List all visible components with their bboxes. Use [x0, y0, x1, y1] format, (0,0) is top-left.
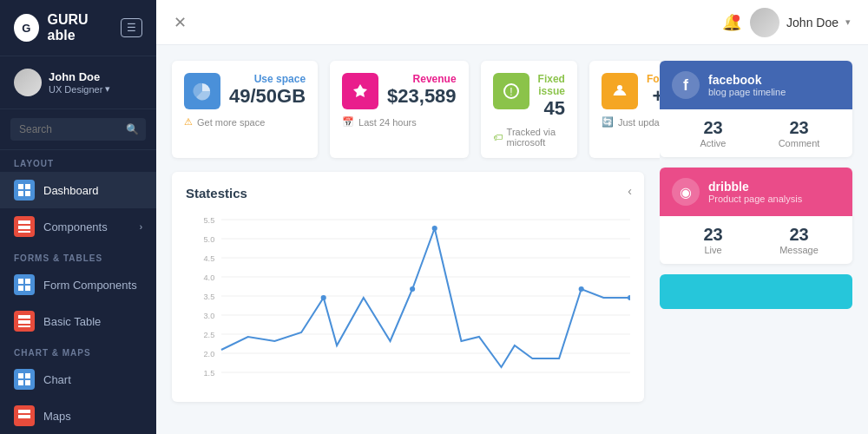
svg-text:5.5: 5.5: [203, 216, 214, 225]
chart-collapse-button[interactable]: ‹: [628, 184, 632, 198]
svg-point-46: [410, 286, 415, 292]
svg-rect-2: [18, 191, 23, 196]
dribble-info: dribble Product page analysis: [708, 180, 802, 204]
fixed-issue-icon: !: [493, 73, 529, 109]
topbar-user-button[interactable]: John Doe ▾: [750, 8, 851, 37]
nav-section-layout: Layout Dashboard Components ›: [0, 150, 156, 245]
notification-button[interactable]: 🔔: [722, 13, 741, 32]
svg-rect-4: [18, 220, 30, 224]
svg-text:4.0: 4.0: [203, 273, 214, 282]
svg-rect-9: [18, 286, 23, 291]
followers-footer: 🔄 Just update: [602, 116, 660, 128]
stat-card-followers: Followers +562 🔄 Just update: [589, 61, 660, 158]
svg-rect-1: [25, 184, 30, 189]
svg-rect-13: [18, 326, 30, 327]
svg-rect-16: [18, 380, 23, 385]
facebook-name: facebook: [708, 73, 786, 87]
stat-cards: Use space 49/50GB ⚠ Get more space: [172, 61, 644, 158]
statistics-chart: 5.5 5.0 4.5 4.0 3.5 3.0 2.5 2.0 1.5: [186, 211, 630, 385]
revenue-footer: 📅 Last 24 hours: [342, 116, 457, 128]
main-content: ✕ 🔔 John Doe ▾: [156, 0, 868, 434]
followers-label: Followers: [647, 73, 660, 85]
maps-label: Maps: [43, 410, 71, 423]
fixed-issue-value: 45: [538, 97, 565, 120]
chart-title: Statestics: [186, 186, 630, 201]
svg-text:5.0: 5.0: [203, 235, 214, 244]
nav-label-forms: Forms & Tables: [0, 245, 156, 266]
svg-text:3.0: 3.0: [203, 312, 214, 320]
svg-rect-15: [25, 373, 30, 378]
maps-icon: [14, 405, 35, 426]
facebook-header: f facebook blog page timeline: [660, 61, 852, 109]
facebook-sub: blog page timeline: [708, 87, 786, 97]
followers-value: +562: [647, 85, 660, 108]
search-input[interactable]: [10, 118, 146, 141]
form-components-label: Form Components: [43, 279, 137, 292]
stat-card-revenue: Revenue $23,589 📅 Last 24 hours: [330, 61, 469, 158]
svg-point-48: [579, 286, 584, 292]
facebook-comment: 23 Comment: [758, 118, 840, 148]
svg-rect-14: [18, 373, 23, 378]
topbar-username: John Doe: [786, 16, 838, 30]
svg-rect-17: [25, 380, 30, 385]
svg-text:4.5: 4.5: [203, 254, 214, 263]
facebook-stats: 23 Active 23 Comment: [660, 109, 852, 157]
nav-label-charts: Chart & Maps: [0, 339, 156, 361]
svg-point-45: [321, 295, 326, 300]
refresh-icon: 🔄: [602, 116, 614, 128]
dribble-live: 23 Live: [672, 225, 754, 255]
sidebar-item-chart[interactable]: Chart: [0, 361, 156, 398]
use-space-footer: ⚠ Get more space: [184, 116, 306, 128]
components-chevron: ›: [140, 222, 142, 232]
revenue-value: $23,589: [387, 85, 457, 108]
logo-letter: G: [22, 22, 30, 35]
content-right: f facebook blog page timeline 23 Active …: [660, 45, 868, 434]
sidebar-item-dashboard[interactable]: Dashboard: [0, 172, 156, 208]
svg-rect-5: [18, 226, 30, 229]
use-space-icon: [184, 73, 220, 109]
svg-point-47: [432, 226, 437, 231]
fixed-issue-label: Fixed issue: [538, 73, 565, 97]
sidebar-item-basic-table[interactable]: Basic Table: [0, 303, 156, 339]
components-label: Components: [43, 220, 108, 233]
svg-rect-0: [18, 184, 23, 189]
svg-rect-6: [18, 231, 30, 233]
svg-text:1.5: 1.5: [203, 369, 214, 378]
user-role-chevron: ▾: [105, 83, 110, 95]
logo-circle: G: [14, 14, 39, 42]
fixed-issue-footer: 🏷 Tracked via microsoft: [493, 127, 565, 148]
user-section: John Doe UX Designer ▾: [0, 56, 156, 109]
svg-text:3.5: 3.5: [203, 293, 214, 301]
warning-icon: ⚠: [184, 116, 193, 128]
tag-icon: 🏷: [493, 132, 503, 142]
svg-rect-7: [18, 279, 23, 284]
stat-card-use-space: Use space 49/50GB ⚠ Get more space: [172, 61, 318, 158]
basic-table-icon: [14, 311, 35, 332]
svg-text:2.5: 2.5: [203, 331, 214, 339]
hamburger-button[interactable]: ☰: [121, 18, 142, 37]
brand-name: GURU able: [48, 12, 112, 43]
svg-point-26: [617, 85, 622, 90]
content-left: Use space 49/50GB ⚠ Get more space: [156, 45, 660, 434]
chart-icon: [14, 369, 35, 390]
use-space-label: Use space: [229, 73, 306, 85]
nav-section-forms: Forms & Tables Form Components Basic Tab…: [0, 245, 156, 339]
revenue-label: Revenue: [387, 73, 457, 85]
svg-rect-19: [18, 415, 30, 418]
revenue-icon: [342, 73, 378, 109]
topbar-chevron: ▾: [845, 16, 851, 28]
close-button[interactable]: ✕: [174, 13, 187, 32]
svg-rect-8: [25, 279, 30, 284]
sidebar: G GURU able ☰ John Doe UX Designer ▾ 🔍 L…: [0, 0, 156, 434]
svg-rect-11: [18, 315, 30, 319]
calendar-icon: 📅: [342, 116, 354, 128]
dribble-icon: ◉: [672, 178, 700, 206]
sidebar-item-maps[interactable]: Maps: [0, 398, 156, 434]
sidebar-item-components[interactable]: Components ›: [0, 208, 156, 245]
facebook-info: facebook blog page timeline: [708, 73, 786, 97]
dribble-message: 23 Message: [758, 225, 840, 255]
form-components-icon: [14, 274, 35, 295]
sidebar-item-form-components[interactable]: Form Components: [0, 266, 156, 303]
basic-table-label: Basic Table: [43, 315, 101, 328]
teal-accent-card: [660, 274, 852, 309]
